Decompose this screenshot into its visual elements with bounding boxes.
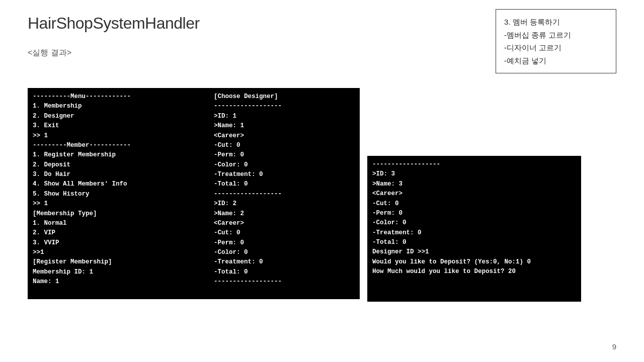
terminal-1-line-12: >> 1 — [33, 199, 204, 209]
terminal-screen-3: ------------------ >ID: 3 >Name: 3 <Care… — [367, 156, 581, 302]
terminal-2-line-20: ------------------ — [214, 277, 355, 287]
terminal-2-line-3: >ID: 1 — [214, 112, 355, 121]
info-line-3: -디자이너 고르기 — [504, 41, 608, 54]
terminal-1-line-14: 1. Normal — [33, 219, 204, 228]
terminal-1-line-8: 2. Deposit — [33, 160, 204, 170]
terminal-3-line-2: >ID: 3 — [372, 169, 576, 179]
terminal-3-line-1: ------------------ — [372, 160, 576, 169]
terminal-3-line-8: -Treatment: 0 — [372, 228, 576, 238]
terminal-2-line-9: -Treatment: 0 — [214, 170, 355, 179]
terminal-2-line-4: >Name: 1 — [214, 121, 355, 131]
terminal-1-line-15: 2. VIP — [33, 228, 204, 238]
terminal-2-line-17: -Color: 0 — [214, 248, 355, 257]
terminal-1-line-18: [Register Membership] — [33, 257, 204, 267]
terminal-3-line-9: -Total: 0 — [372, 238, 576, 247]
terminal-3-line-12: How Much would you like to Deposit? 20 — [372, 267, 576, 277]
terminal-2-line-18: -Treatment: 0 — [214, 257, 355, 267]
terminal-2-line-6: -Cut: 0 — [214, 141, 355, 150]
terminal-1-line-2: 1. Membership — [33, 102, 204, 111]
terminal-1-line-10: 4. Show All Members' Info — [33, 179, 204, 189]
terminal-3-line-7: -Color: 0 — [372, 218, 576, 228]
terminal-2-line-13: >Name: 2 — [214, 209, 355, 219]
terminal-3-line-11: Would you like to Deposit? (Yes:0, No:1)… — [372, 257, 576, 267]
info-line-1: 3. 멤버 등록하기 — [504, 16, 608, 29]
terminal-2-line-8: -Color: 0 — [214, 160, 355, 170]
terminal-2-line-14: <Career> — [214, 219, 355, 228]
terminal-1-line-9: 3. Do Hair — [33, 170, 204, 179]
terminal-screen-1: ----------Menu------------ 1. Membership… — [28, 88, 209, 299]
terminal-2-line-5: <Career> — [214, 131, 355, 141]
terminal-3-line-10: Designer ID >>1 — [372, 247, 576, 257]
terminal-1-line-11: 5. Show History — [33, 190, 204, 199]
terminal-2-line-1: [Choose Designer] — [214, 92, 355, 102]
terminal-1-line-13: [Membership Type] — [33, 209, 204, 219]
terminal-2-line-15: -Cut: 0 — [214, 228, 355, 238]
subtitle: <실행 결과> — [28, 48, 71, 58]
terminal-1-line-6: ---------Member----------- — [33, 141, 204, 150]
terminal-2-line-12: >ID: 2 — [214, 199, 355, 209]
info-line-2: -멤버십 종류 고르기 — [504, 29, 608, 42]
terminal-1-line-17: >>1 — [33, 248, 204, 257]
terminal-1-line-5: >> 1 — [33, 131, 204, 141]
info-line-4: -예치금 넣기 — [504, 54, 608, 67]
terminal-2-line-2: ------------------ — [214, 102, 355, 111]
terminal-2-line-7: -Perm: 0 — [214, 150, 355, 160]
info-box: 3. 멤버 등록하기 -멤버십 종류 고르기 -디자이너 고르기 -예치금 넣기 — [496, 9, 616, 73]
terminal-1-line-20: Name: 1 — [33, 277, 204, 287]
terminal-1-line-3: 2. Designer — [33, 112, 204, 121]
terminal-1-line-4: 3. Exit — [33, 121, 204, 131]
terminal-1-line-16: 3. VVIP — [33, 238, 204, 248]
terminal-2-line-19: -Total: 0 — [214, 267, 355, 277]
page-title: HairShopSystemHandler — [28, 14, 200, 33]
terminal-2-line-16: -Perm: 0 — [214, 238, 355, 248]
terminal-1-line-19: Membership ID: 1 — [33, 267, 204, 277]
terminal-screen-2: [Choose Designer] ------------------ >ID… — [209, 88, 360, 299]
terminal-2-line-11: ------------------ — [214, 190, 355, 199]
terminal-3-line-3: >Name: 3 — [372, 179, 576, 189]
terminal-1-line-1: ----------Menu------------ — [33, 92, 204, 102]
terminal-3-line-6: -Perm: 0 — [372, 209, 576, 218]
terminal-1-line-7: 1. Register Membership — [33, 150, 204, 160]
terminal-3-line-4: <Career> — [372, 189, 576, 199]
terminal-2-line-10: -Total: 0 — [214, 179, 355, 189]
page-number: 9 — [612, 342, 616, 351]
terminal-3-line-5: -Cut: 0 — [372, 199, 576, 209]
